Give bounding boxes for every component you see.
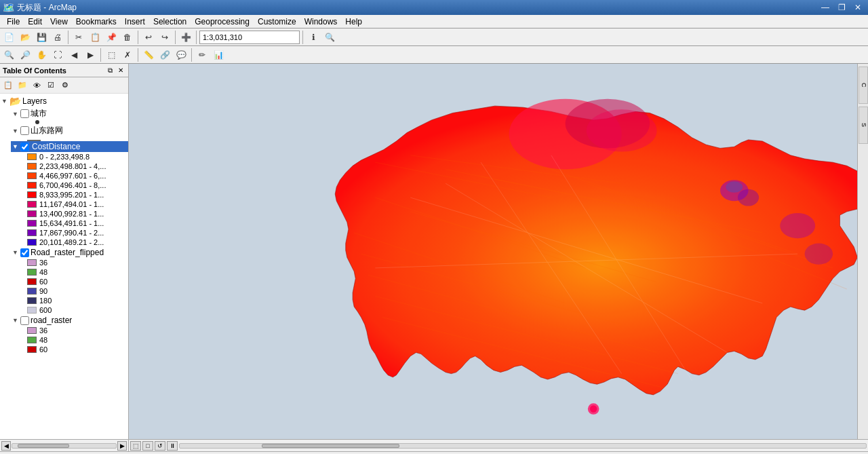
scroll-right-arrow[interactable]: ▶ [117, 441, 127, 451]
copy-button[interactable]: 📋 [87, 30, 102, 45]
menu-windows[interactable]: Windows [300, 16, 342, 28]
map-view[interactable]: C S [129, 64, 868, 439]
toc-list-by-visibility[interactable]: 👁 [30, 79, 43, 92]
open-button[interactable]: 📂 [18, 30, 33, 45]
redo-button[interactable]: ↪ [157, 30, 172, 45]
menu-help[interactable]: Help [341, 16, 366, 28]
toc-list-by-source[interactable]: 📁 [16, 79, 29, 92]
menu-edit[interactable]: Edit [24, 16, 46, 28]
search-tab[interactable]: S [859, 107, 868, 144]
save-button[interactable]: 💾 [34, 30, 49, 45]
toc-body[interactable]: ▼ 📂 Layers ▼ 城市 [0, 94, 128, 439]
toc-list-by-drawing-order[interactable]: 📋 [1, 79, 15, 92]
add-data-button[interactable]: ➕ [178, 30, 193, 45]
html-popup-button[interactable]: 💬 [174, 48, 189, 62]
cut-button[interactable]: ✂ [71, 30, 86, 45]
search-button[interactable]: 🔍 [322, 30, 337, 45]
statusbar: 958747.61 3847112.592 Meters [0, 451, 868, 454]
roadrasterflipped-checkbox[interactable] [20, 248, 29, 257]
toc-item-roadnetwork: ▼ 山东路网 [11, 124, 128, 141]
toc-costdistance-header[interactable]: ▼ CostDistance [11, 141, 128, 152]
toc-layers-children: ▼ 城市 ▼ 山东路网 [0, 107, 128, 354]
toc-close-button[interactable]: ✕ [116, 66, 125, 75]
catalog-tab[interactable]: C [859, 67, 868, 104]
map-scroll-thumb[interactable] [262, 444, 399, 448]
delete-button[interactable]: 🗑 [120, 30, 135, 45]
legend-item-9: 20,101,489.21 - 2... [22, 238, 128, 247]
print-button[interactable]: 🖨 [50, 30, 65, 45]
toc-roadrasterflipped-header[interactable]: ▼ Road_raster_flipped [11, 247, 128, 258]
rrf-legend-48: 48 [22, 267, 128, 277]
legend-swatch-2 [27, 172, 37, 179]
menu-selection[interactable]: Selection [149, 16, 191, 28]
title-area: 🗺️ 无标题 - ArcMap [3, 2, 77, 14]
separator-3 [175, 31, 176, 44]
legend-label-0: 0 - 2,233,498.8 [39, 153, 90, 161]
zoom-out-button[interactable]: 🔎 [18, 48, 33, 62]
identify-button[interactable]: ℹ [306, 30, 321, 45]
toc-options[interactable]: ⚙ [58, 79, 72, 92]
legend-item-5: 11,167,494.01 - 1... [22, 200, 128, 209]
close-button[interactable]: ✕ [850, 1, 865, 14]
toc-layers-header[interactable]: ▼ 📂 Layers [0, 95, 128, 107]
toc-item-costdistance: ▼ CostDistance 0 - 2,233,498.8 2,2 [11, 141, 128, 247]
menu-view[interactable]: View [46, 16, 72, 28]
map-control-btn-2[interactable]: □ [142, 441, 153, 451]
hyperlink-button[interactable]: 🔗 [157, 48, 172, 62]
toc-controls: ⧉ ✕ [105, 66, 125, 75]
right-side-panel: C S [857, 64, 868, 439]
map-control-btn-4[interactable]: ⏸ [167, 441, 178, 451]
toc-list-by-selection[interactable]: ☑ [44, 79, 58, 92]
menu-bookmarks[interactable]: Bookmarks [72, 16, 121, 28]
toc-scrollbar-track[interactable] [12, 443, 117, 449]
roadraster-children: 36 48 60 [11, 326, 128, 354]
new-button[interactable]: 📄 [1, 30, 16, 45]
maximize-button[interactable]: ❐ [834, 1, 849, 14]
costdistance-label: CostDistance [31, 142, 81, 151]
map-canvas[interactable] [129, 64, 868, 439]
legend-label-1: 2,233,498.801 - 4,... [39, 162, 106, 170]
rrf-legend-90: 90 [22, 286, 128, 296]
zoom-next-button[interactable]: ▶ [83, 48, 98, 62]
attributes-button[interactable]: 📊 [211, 48, 226, 62]
legend-label-4: 8,933,995.201 - 1... [39, 191, 104, 199]
zoom-previous-button[interactable]: ◀ [66, 48, 81, 62]
toc-float-button[interactable]: ⧉ [105, 66, 115, 75]
menu-customize[interactable]: Customize [254, 16, 300, 28]
roadnetwork-checkbox[interactable] [20, 126, 29, 135]
main-content: Table Of Contents ⧉ ✕ 📋 📁 👁 ☑ ⚙ ▼ 📂 Laye… [0, 64, 868, 439]
editor-button[interactable]: ✏ [195, 48, 210, 62]
zoom-in-button[interactable]: 🔍 [1, 48, 16, 62]
scroll-left-arrow[interactable]: ◀ [1, 441, 11, 451]
toc-roadnetwork-header[interactable]: ▼ 山东路网 [11, 124, 128, 137]
toc-roadraster-header[interactable]: ▼ road_raster [11, 315, 128, 326]
minimize-button[interactable]: — [818, 1, 833, 14]
clear-selection-button[interactable]: ✗ [120, 48, 135, 62]
map-horizontal-scrollbar[interactable] [179, 443, 867, 449]
legend-label-2: 4,466,997.601 - 6,... [39, 172, 106, 180]
menu-geoprocessing[interactable]: Geoprocessing [191, 16, 254, 28]
costdistance-checkbox[interactable] [20, 143, 29, 151]
menu-file[interactable]: File [3, 16, 24, 28]
toc-bottom: ◀ ▶ [0, 440, 129, 451]
expand-icon: ▼ [1, 98, 8, 105]
full-extent-button[interactable]: ⛶ [50, 48, 65, 62]
map-control-btn-3[interactable]: ↺ [155, 441, 165, 451]
toc-city-header[interactable]: ▼ 城市 [11, 107, 128, 120]
select-features-button[interactable]: ⬚ [104, 48, 119, 62]
undo-button[interactable]: ↩ [141, 30, 156, 45]
menu-insert[interactable]: Insert [121, 16, 149, 28]
pan-button[interactable]: ✋ [34, 48, 49, 62]
window-controls: — ❐ ✕ [818, 1, 865, 14]
toc-scrollbar-thumb[interactable] [18, 444, 70, 448]
legend-swatch-1 [27, 163, 37, 170]
roadraster-checkbox[interactable] [20, 316, 29, 325]
paste-button[interactable]: 📌 [104, 30, 119, 45]
city-checkbox[interactable] [20, 109, 29, 118]
rr-label-48: 48 [39, 336, 47, 344]
scale-input[interactable]: 1:3,031,310 [199, 31, 300, 44]
rrf-swatch-48 [27, 269, 37, 276]
toc-header: Table Of Contents ⧉ ✕ [0, 64, 128, 77]
measure-button[interactable]: 📏 [141, 48, 156, 62]
map-control-btn-1[interactable]: ⬚ [130, 441, 141, 451]
